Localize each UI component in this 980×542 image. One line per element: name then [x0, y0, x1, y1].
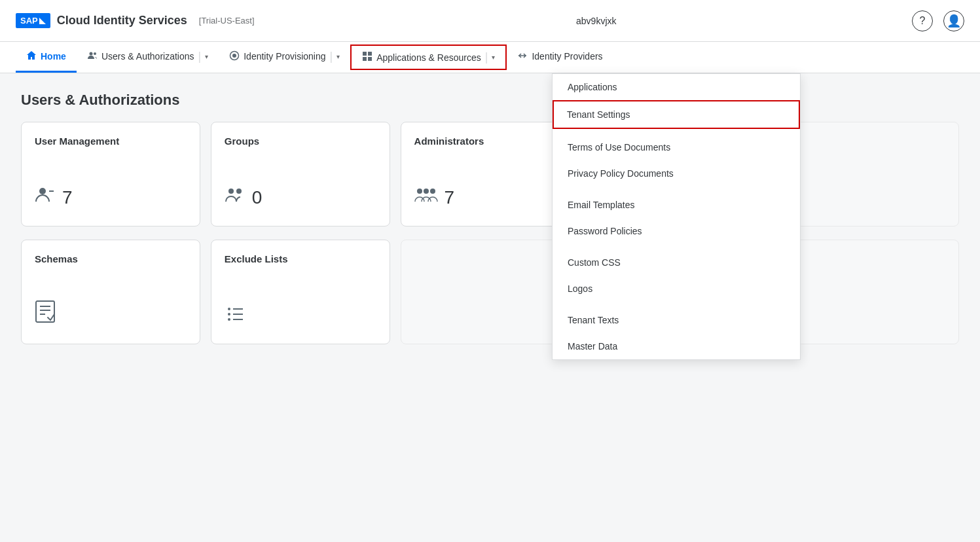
svg-point-13	[424, 189, 429, 194]
nav-item-applications[interactable]: Applications & Resources | ▾	[350, 45, 507, 70]
card-content-exclude-lists	[225, 302, 376, 328]
section-title: Users & Authorizations	[21, 92, 959, 109]
card-content-schemas	[35, 300, 187, 328]
nav-item-provisioning[interactable]: Identity Provisioning | ▾	[219, 42, 350, 73]
svg-point-14	[430, 189, 435, 194]
app-environment: [Trial-US-East]	[199, 16, 255, 26]
card-exclude-lists[interactable]: Exclude Lists	[211, 240, 390, 344]
user-management-icon	[35, 185, 56, 210]
dropdown-item-tenant-settings[interactable]: Tenant Settings	[553, 100, 800, 129]
svg-point-10	[228, 189, 234, 194]
card-groups[interactable]: Groups 0	[211, 122, 390, 226]
idp-icon	[517, 50, 528, 63]
card-title-administrators: Administrators	[414, 136, 566, 147]
svg-rect-7	[368, 57, 372, 61]
main-content: Users & Authorizations User Management 7…	[0, 73, 980, 376]
tenant-id: abv9kvjxk	[576, 16, 616, 26]
nav-label-users: Users & Authorizations	[101, 51, 194, 62]
svg-point-19	[228, 308, 230, 310]
schemas-icon	[35, 300, 56, 328]
nav-item-home[interactable]: Home	[16, 42, 77, 73]
home-icon	[26, 50, 37, 63]
administrators-icon	[414, 185, 438, 210]
svg-rect-5	[368, 52, 372, 56]
brand: SAP Cloud Identity Services [Trial-US-Ea…	[16, 13, 255, 28]
cards-row-1: User Management 7 Groups 0 Administrator…	[21, 122, 959, 226]
card-title-exclude-lists: Exclude Lists	[225, 253, 376, 264]
help-icon[interactable]: ?	[912, 10, 933, 31]
svg-rect-6	[363, 57, 367, 61]
dropdown-item-logos[interactable]: Logos	[553, 276, 800, 302]
applications-dropdown: Applications Tenant Settings Terms of Us…	[552, 73, 801, 360]
svg-point-12	[417, 189, 422, 194]
dropdown-item-email[interactable]: Email Templates	[553, 192, 800, 218]
nav-chevron-users[interactable]: ▾	[205, 53, 208, 60]
nav-label-applications: Applications & Resources	[376, 52, 481, 63]
svg-point-1	[94, 52, 96, 55]
svg-point-8	[39, 188, 46, 194]
card-schemas[interactable]: Schemas	[21, 240, 200, 344]
nav-chevron-applications[interactable]: ▾	[492, 54, 495, 61]
nav-sep-3: |	[485, 50, 488, 64]
card-content-groups: 0	[225, 185, 376, 210]
card-title-user-management: User Management	[35, 136, 187, 147]
header-right: ? 👤	[912, 10, 964, 31]
card-count-user-management: 7	[62, 187, 73, 208]
nav-chevron-provisioning[interactable]: ▾	[336, 53, 340, 60]
nav-label-home: Home	[41, 51, 66, 62]
nav-sep-2: |	[330, 50, 333, 63]
dropdown-item-css[interactable]: Custom CSS	[553, 249, 800, 276]
svg-point-0	[89, 52, 92, 55]
sap-logo: SAP	[16, 13, 50, 28]
nav-item-idp[interactable]: Identity Providers	[507, 42, 613, 73]
card-title-schemas: Schemas	[35, 253, 187, 264]
applications-icon	[362, 51, 372, 63]
dropdown-item-master-data[interactable]: Master Data	[553, 333, 800, 359]
app-title: Cloud Identity Services	[57, 14, 187, 27]
users-icon	[87, 50, 98, 63]
svg-point-21	[228, 313, 230, 316]
card-count-administrators: 7	[445, 187, 455, 208]
nav-sep-1: |	[198, 50, 202, 63]
nav: Home Users & Authorizations | ▾ Identity…	[0, 42, 980, 73]
svg-rect-4	[363, 52, 367, 56]
card-count-groups: 0	[252, 187, 263, 208]
svg-point-2	[232, 54, 236, 58]
nav-label-provisioning: Identity Provisioning	[244, 51, 325, 62]
card-title-groups: Groups	[225, 136, 376, 147]
header: SAP Cloud Identity Services [Trial-US-Ea…	[0, 0, 980, 42]
card-content-user-management: 7	[35, 185, 187, 210]
card-empty-4	[780, 240, 959, 344]
exclude-lists-icon	[225, 302, 245, 328]
card-user-management[interactable]: User Management 7	[21, 122, 200, 226]
dropdown-item-texts[interactable]: Tenant Texts	[553, 307, 800, 333]
sap-logo-triangle	[39, 18, 46, 24]
dropdown-item-terms[interactable]: Terms of Use Documents	[553, 134, 800, 160]
user-profile-icon[interactable]: 👤	[943, 10, 964, 31]
svg-point-23	[228, 318, 230, 321]
svg-point-11	[236, 189, 242, 194]
dropdown-item-applications[interactable]: Applications	[553, 74, 800, 100]
nav-item-users[interactable]: Users & Authorizations | ▾	[77, 42, 219, 73]
cards-row-2: Schemas Exclude Lists	[21, 240, 959, 344]
dropdown-item-password[interactable]: Password Policies	[553, 218, 800, 244]
nav-label-idp: Identity Providers	[532, 51, 602, 62]
groups-icon	[225, 185, 245, 210]
header-center: abv9kvjxk	[281, 16, 912, 26]
card-empty	[780, 122, 959, 226]
sap-text: SAP	[20, 16, 38, 26]
dropdown-item-privacy[interactable]: Privacy Policy Documents	[553, 160, 800, 187]
card-content-administrators: 7	[414, 185, 566, 210]
provisioning-icon	[229, 50, 240, 63]
